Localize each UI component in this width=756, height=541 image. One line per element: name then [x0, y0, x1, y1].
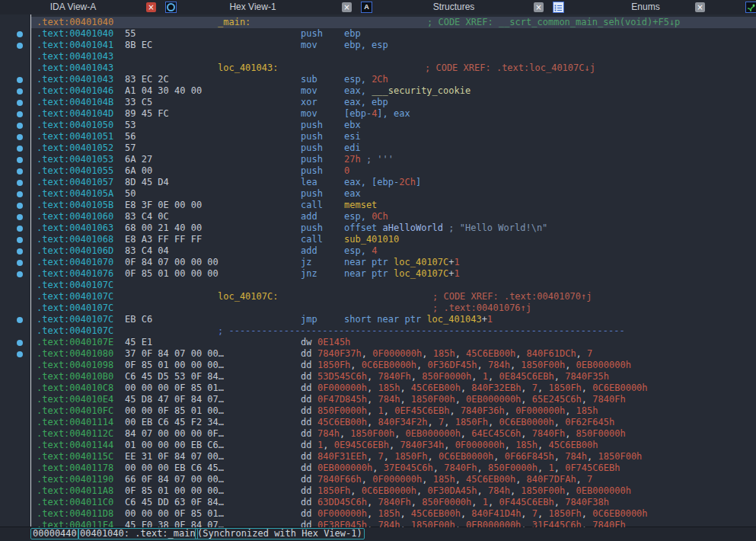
green-window-icon[interactable]: [745, 2, 756, 13]
separator: ,: [565, 405, 576, 416]
listing-row[interactable]: .text:0040104383 EC 2Csubesp, 2Ch: [0, 74, 756, 85]
data-keyword: dd: [301, 463, 311, 474]
letter-a-window-icon[interactable]: A: [361, 2, 372, 13]
data-value: 1850Fh: [394, 451, 427, 462]
disassembly-listing[interactable]: .text:00401040_main:; CODE XREF: __scrt_…: [0, 14, 756, 527]
listing-row[interactable]: .text:004010B0C6 45 D5 53 0F 84…dd53D545…: [0, 371, 756, 383]
tab-bar: IDA View-A × Hex View-1 × A Structures ×…: [0, 0, 756, 15]
operand-token: 1: [455, 257, 460, 267]
separator: ,: [428, 451, 439, 462]
data-value: 1: [378, 405, 383, 416]
listing-row[interactable]: .text:00401043: [0, 51, 756, 62]
listing-row[interactable]: .text:0040105156pushesi: [0, 131, 756, 142]
close-icon[interactable]: ×: [342, 2, 352, 12]
listing-row[interactable]: .text:0040107C: [0, 280, 756, 291]
listing-row[interactable]: .text:0040115CEE 31 0F 84 07 00…dd840F31…: [0, 451, 756, 463]
listing-row[interactable]: .text:0040107CEB C6jmpshort near ptr loc…: [0, 314, 756, 325]
listing-row[interactable]: .text:0040105BE8 3F 0E 00 00callmemset: [0, 200, 756, 211]
listing-row[interactable]: .text:004011D800 00 00 0F 85 01…dd0F0000…: [0, 508, 756, 520]
mnemonic: xor: [301, 97, 317, 108]
separator: ,: [362, 348, 372, 359]
listing-row[interactable]: .text:0040112C84 07 00 00 00 0F…dd784h, …: [0, 428, 756, 440]
tab-structures[interactable]: Structures: [379, 0, 528, 14]
address: .text:0040107E: [37, 337, 113, 348]
listing-row[interactable]: .text:0040105257pushedi: [0, 142, 756, 154]
address: .text:00401178: [37, 463, 113, 474]
listing-row[interactable]: .text:004010536A 27push27h ; ''': [0, 154, 756, 165]
listing-row[interactable]: .text:004010700F 84 07 00 00 00jznear pt…: [0, 257, 756, 268]
listing-row[interactable]: .text:0040111400 EB C6 45 F2 34…dd45C6EB…: [0, 417, 756, 428]
data-value: 0F30DA45h: [428, 485, 477, 496]
listing-row[interactable]: .text:0040104B33 C5xoreax, ebp: [0, 97, 756, 108]
bytes: 55: [125, 28, 136, 40]
listing-row[interactable]: .text:0040107E45 E1dw0E145h: [0, 337, 756, 348]
data-value: 1: [483, 371, 488, 382]
bytes: 00 00 0F 85 01 00…: [125, 405, 224, 417]
data-keyword: dw: [301, 337, 311, 348]
listing-row[interactable]: .text:004011A80F 85 01 00 00 00…dd1850Fh…: [0, 485, 756, 497]
listing-row[interactable]: .text:0040114401 00 00 00 EB C6…dd1, 0E9…: [0, 440, 756, 451]
listing-row[interactable]: .text:0040106368 00 21 40 00pushoffset a…: [0, 222, 756, 234]
listing-row[interactable]: .text:004010760F 85 01 00 00 00jnznear p…: [0, 268, 756, 280]
listing-row[interactable]: .text:004010980F 85 01 00 00 00…dd1850Fh…: [0, 360, 756, 371]
sprout-glyph: [746, 3, 756, 13]
listing-row[interactable]: .text:00401068E8 A3 FF FF FFcallsub_4010…: [0, 234, 756, 245]
address: .text:00401080: [37, 348, 113, 360]
listing-row[interactable]: .text:0040107C; .text:00401076↑j: [0, 303, 756, 314]
close-icon[interactable]: ×: [146, 2, 156, 12]
separator: ,: [400, 508, 410, 519]
listing-row[interactable]: .text:004011C0C6 45 DD 63 0F 84…dd63DD45…: [0, 497, 756, 508]
listing-row[interactable]: .text:00401046A1 04 30 40 00moveax, ___s…: [0, 85, 756, 97]
bytes: 0F 85 01 00 00 00: [125, 268, 219, 280]
listing-row[interactable]: .text:00401040_main:; CODE XREF: __scrt_…: [0, 17, 756, 28]
bytes: 00 00 00 0F 85 01…: [125, 383, 224, 394]
separator: ,: [565, 360, 576, 370]
listing-row[interactable]: .text:004010418B ECmovebp, esp: [0, 40, 756, 51]
close-icon[interactable]: ×: [695, 2, 705, 12]
data-keyword: dd: [301, 497, 311, 508]
mnemonic: push: [301, 28, 323, 40]
data-value: 0F000000h: [455, 440, 505, 450]
listing-row[interactable]: .text:0040107C; ------------------------…: [0, 325, 756, 337]
separator: ,: [565, 428, 576, 439]
listing-row[interactable]: .text:0040119066 0F 84 07 00 00…dd7840F6…: [0, 474, 756, 485]
close-icon[interactable]: ×: [534, 2, 544, 12]
operand-token: 27h: [344, 154, 361, 165]
data-value: 0F000000h: [317, 383, 367, 393]
comment: ; CODE XREF: .text:loc_40107C↓j: [425, 62, 595, 74]
listing-row[interactable]: .text:0040106083 C4 0Caddesp, 0Ch: [0, 211, 756, 222]
listing-row[interactable]: .text:0040108037 0F 84 07 00 00…dd7840F3…: [0, 348, 756, 360]
bytes: 8B EC: [125, 40, 152, 51]
listing-row[interactable]: .text:0040104D89 45 FCmov[ebp-4], eax: [0, 108, 756, 120]
address: .text:004010E4: [37, 394, 113, 405]
operand-token: eax,: [344, 85, 372, 96]
listing-row[interactable]: .text:0040104055pushebp: [0, 28, 756, 40]
data-values: 850F0000h, 1, 0EF45C6EBh, 7840F36h, 0F00…: [317, 405, 598, 417]
listing-row[interactable]: .text:0040107Cloc_40107C:; CODE XREF: .t…: [0, 291, 756, 303]
data-value: 1850F00h: [411, 520, 455, 527]
separator: ,: [444, 417, 455, 427]
listing-row[interactable]: .text:0040106D83 C4 04addesp, 4: [0, 245, 756, 257]
circle-glyph: [167, 3, 175, 11]
list-window-icon[interactable]: [553, 2, 564, 13]
separator: ,: [554, 417, 565, 427]
bytes: 33 C5: [125, 97, 152, 108]
data-keyword: dd: [301, 383, 311, 394]
data-values: 7840F37h, 0F000000h, 185h, 45C6EB00h, 84…: [317, 348, 592, 360]
tab-hex-view-1[interactable]: Hex View-1: [177, 0, 329, 14]
circle-window-icon[interactable]: [165, 2, 177, 13]
listing-row[interactable]: .text:004010578D 45 D4leaeax, [ebp-2Ch]: [0, 177, 756, 188]
listing-row[interactable]: .text:004010E445 D8 47 0F 84 07…dd0F47D8…: [0, 394, 756, 405]
separator: ,: [505, 440, 515, 450]
listing-row[interactable]: .text:0040105A50pusheax: [0, 188, 756, 200]
listing-row[interactable]: .text:00401043loc_401043:; CODE XREF: .t…: [0, 62, 756, 74]
listing-row[interactable]: .text:0040117800 00 00 EB C6 45…dd0EB000…: [0, 463, 756, 474]
tab-ida-view-a[interactable]: IDA View-A: [0, 0, 146, 14]
listing-row[interactable]: .text:004010C800 00 00 0F 85 01…dd0F0000…: [0, 383, 756, 394]
operand-token: ebp: [344, 28, 361, 39]
listing-row[interactable]: .text:004010556A 00push0: [0, 165, 756, 177]
listing-row[interactable]: .text:0040105053pushebx: [0, 120, 756, 131]
listing-row[interactable]: .text:004010FC00 00 0F 85 01 00…dd850F00…: [0, 405, 756, 417]
data-value: 784h: [317, 428, 340, 439]
operands: sub_401010: [344, 234, 399, 245]
